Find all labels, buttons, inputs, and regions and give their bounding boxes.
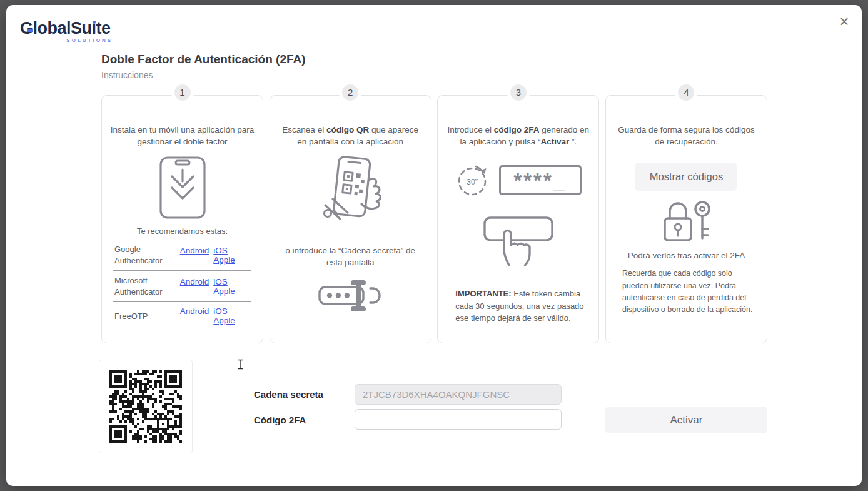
secret-string-label: Cadena secreta bbox=[254, 389, 323, 400]
authenticator-apps-list: Google Authenticator Android iOS Apple M… bbox=[113, 240, 251, 330]
step-number-4: 4 bbox=[675, 81, 697, 104]
logo-tagline: SOLUTIONS bbox=[66, 38, 113, 43]
press-button-icon bbox=[483, 211, 553, 268]
ios-link[interactable]: iOS Apple bbox=[213, 306, 250, 325]
qr-code bbox=[109, 370, 182, 443]
token-icons-row: 30” ****_ bbox=[438, 163, 598, 198]
app-name: Microsoft Authenticator bbox=[114, 275, 180, 297]
android-link[interactable]: Android bbox=[180, 277, 209, 296]
2fa-code-field[interactable] bbox=[355, 409, 562, 430]
timer-30s-icon: 30” bbox=[455, 163, 490, 198]
step-number-3: 3 bbox=[507, 81, 530, 104]
activate-button[interactable]: Activar bbox=[605, 407, 767, 433]
step-card-4: 4 Guarda de forma segura los códigos de … bbox=[605, 95, 767, 343]
step1-instruction: Instala en tu móvil una aplicación para … bbox=[110, 124, 255, 148]
text-cursor-icon bbox=[237, 359, 245, 370]
logo-g-accent bbox=[27, 29, 33, 32]
step2-instruction: Escanea el código QR que aparece en pant… bbox=[278, 124, 423, 148]
ios-link[interactable]: iOS Apple bbox=[213, 277, 250, 296]
step-card-1: 1 Instala en tu móvil una aplicación par… bbox=[101, 95, 263, 343]
page-subtitle: Instrucciones bbox=[101, 70, 153, 80]
2fa-code-label: Código 2FA bbox=[254, 415, 306, 425]
logo-i-dot bbox=[93, 21, 96, 24]
step-card-3: 3 Introduce el código 2FA generado en la… bbox=[437, 95, 599, 343]
android-link[interactable]: Android bbox=[180, 246, 209, 265]
2fa-dialog: GlobalSuite SOLUTIONS × Doble Factor de … bbox=[6, 5, 862, 486]
secret-string-field[interactable] bbox=[355, 384, 562, 405]
step4-detail-note: Recuerda que cada código solo pueden uti… bbox=[622, 268, 756, 316]
step-number-1: 1 bbox=[171, 81, 194, 104]
page-title: Doble Factor de Autenticación (2FA) bbox=[101, 53, 306, 66]
step-number-2: 2 bbox=[339, 81, 361, 104]
token-preview-icon: ****_ bbox=[499, 165, 582, 195]
steps-row: 1 Instala en tu móvil una aplicación par… bbox=[101, 95, 767, 343]
list-item: Microsoft Authenticator Android iOS Appl… bbox=[113, 271, 251, 302]
app-name: Google Authenticator bbox=[114, 244, 180, 266]
list-item: Google Authenticator Android iOS Apple bbox=[113, 240, 251, 271]
hand-scanning-qr-icon bbox=[315, 154, 385, 229]
ios-link[interactable]: iOS Apple bbox=[213, 246, 250, 265]
lock-and-key-icon bbox=[657, 198, 715, 243]
list-item: FreeOTP Android iOS Apple bbox=[113, 302, 251, 330]
step4-after-note: Podrá verlos tras activar el 2FA bbox=[606, 251, 767, 260]
step4-instruction: Guarda de forma segura los códigos de re… bbox=[613, 124, 759, 148]
svg-text:30”: 30” bbox=[467, 178, 478, 186]
step3-instruction: Introduce el código 2FA generado en la a… bbox=[446, 124, 591, 148]
step-card-2: 2 Escanea el código QR que aparece en pa… bbox=[270, 95, 431, 343]
globalsuite-logo: GlobalSuite SOLUTIONS bbox=[20, 19, 126, 45]
close-icon[interactable]: × bbox=[834, 11, 854, 31]
secret-field-icon bbox=[318, 280, 382, 311]
android-link[interactable]: Android bbox=[180, 306, 209, 325]
show-codes-button[interactable]: Mostrar códigos bbox=[635, 163, 737, 191]
logo-text: GlobalSuite bbox=[20, 19, 126, 38]
step2-alt-text: o introduce la “Cadena secreta” de esta … bbox=[278, 245, 423, 269]
step1-recommend-text: Te recomendamos estas: bbox=[102, 226, 263, 236]
qr-code-container bbox=[99, 360, 193, 453]
step3-important-note: IMPORTANTE: Este token cambia cada 30 se… bbox=[455, 288, 588, 325]
app-name: FreeOTP bbox=[114, 311, 180, 322]
phone-download-icon bbox=[159, 156, 206, 219]
